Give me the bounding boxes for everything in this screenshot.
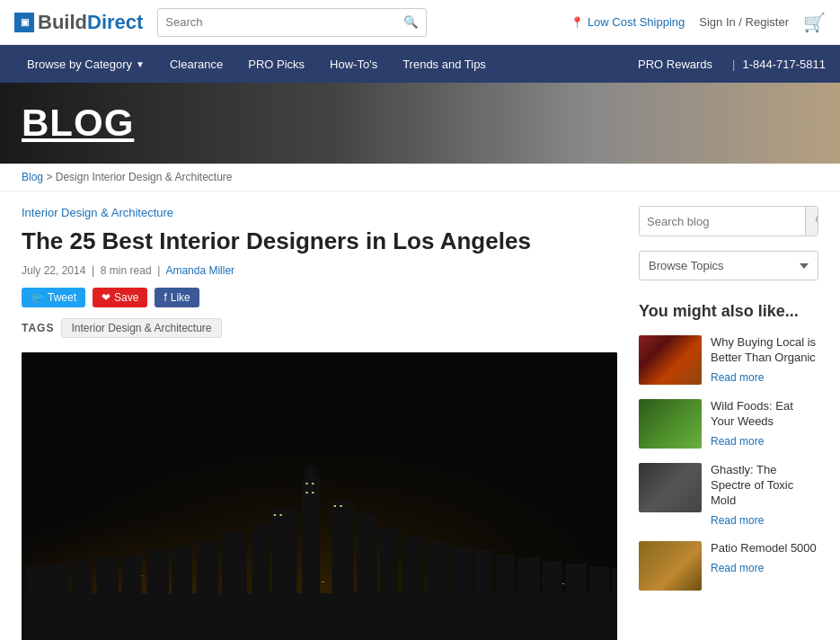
- svg-rect-90: [22, 593, 617, 640]
- article-category[interactable]: Interior Design & Architecture: [22, 206, 617, 219]
- nav-clearance[interactable]: Clearance: [157, 45, 235, 83]
- breadcrumb-section: Design Interior Design & Architecture: [56, 171, 233, 183]
- svg-rect-85: [542, 561, 561, 595]
- top-bar: ▣ BuildDirect 🔍 📍 Low Cost Shipping Sign…: [0, 0, 840, 45]
- tweet-button[interactable]: 🐦 Tweet: [22, 288, 85, 307]
- svg-rect-74: [172, 546, 191, 595]
- patio-thumb-image: [639, 541, 702, 591]
- nav-trends-and-tips[interactable]: Trends and Tips: [390, 45, 499, 83]
- svg-rect-82: [72, 561, 92, 595]
- organic-thumb-image: [639, 335, 702, 385]
- svg-rect-19: [322, 582, 323, 582]
- svg-rect-88: [589, 566, 609, 595]
- related-item: Wild Foods: Eat Your Weeds Read more: [639, 399, 818, 449]
- tags-label: TAGS: [22, 322, 54, 334]
- main-content: Interior Design & Architecture The 25 Be…: [0, 191, 840, 640]
- blog-search-button[interactable]: 🔍: [805, 207, 818, 236]
- nav-right: PRO Rewards | 1-844-717-5811: [625, 45, 826, 83]
- read-more-link[interactable]: Read more: [711, 562, 764, 574]
- svg-rect-97: [334, 505, 336, 507]
- svg-rect-79: [474, 550, 492, 595]
- blog-hero: BLOG: [0, 83, 840, 164]
- related-thumbnail-organic: [639, 335, 702, 385]
- nav-left: Browse by Category ▼ Clearance PRO Picks…: [14, 45, 499, 83]
- svg-rect-73: [402, 537, 424, 595]
- svg-rect-81: [495, 555, 515, 595]
- nav-pro-rewards[interactable]: PRO Rewards: [625, 45, 725, 83]
- save-button[interactable]: ❤ Save: [93, 288, 147, 307]
- article-author[interactable]: Amanda Miller: [165, 264, 234, 277]
- svg-rect-89: [612, 568, 617, 595]
- svg-rect-76: [146, 550, 169, 595]
- svg-rect-93: [305, 492, 307, 493]
- related-item: Why Buying Local is Better Than Organic …: [639, 335, 818, 385]
- related-info: Patio Remodel 5000 Read more: [711, 541, 818, 574]
- nav-phone[interactable]: 1-844-717-5811: [742, 58, 826, 71]
- global-search[interactable]: 🔍: [157, 8, 427, 37]
- cart-icon[interactable]: 🛒: [803, 12, 826, 33]
- svg-rect-78: [121, 555, 141, 595]
- article-meta: July 22, 2014 | 8 min read | Amanda Mill…: [22, 264, 617, 277]
- related-title: Why Buying Local is Better Than Organic: [711, 335, 818, 366]
- svg-rect-70: [222, 532, 247, 595]
- logo[interactable]: ▣ BuildDirect: [14, 11, 143, 34]
- blog-search-input[interactable]: [640, 211, 805, 232]
- svg-rect-77: [450, 546, 473, 595]
- svg-rect-98: [340, 505, 341, 507]
- svg-rect-96: [279, 514, 281, 516]
- svg-rect-91: [305, 483, 307, 484]
- svg-rect-92: [312, 483, 314, 484]
- svg-rect-69: [357, 514, 376, 595]
- breadcrumb-blog[interactable]: Blog: [22, 171, 43, 183]
- logo-icon: ▣: [14, 13, 34, 32]
- related-thumbnail-patio: [639, 541, 702, 591]
- svg-rect-95: [274, 514, 276, 516]
- related-thumbnail-mold: [639, 463, 702, 512]
- related-info: Why Buying Local is Better Than Organic …: [711, 335, 818, 384]
- logo-text: BuildDirect: [38, 11, 143, 34]
- nav-pro-picks[interactable]: PRO Picks: [235, 45, 317, 83]
- related-thumbnail-weeds: [639, 399, 702, 449]
- article-image: [22, 352, 617, 640]
- facebook-icon: f: [164, 291, 166, 304]
- svg-rect-87: [565, 564, 588, 595]
- top-right-area: 📍 Low Cost Shipping Sign In / Register 🛒: [570, 12, 826, 33]
- svg-rect-63: [302, 478, 320, 595]
- related-title: Ghastly: The Spectre of Toxic Mold: [711, 463, 818, 509]
- blog-search: 🔍: [639, 206, 818, 236]
- svg-rect-65: [308, 465, 314, 474]
- svg-rect-68: [252, 523, 270, 595]
- article-title: The 25 Best Interior Designers in Los An…: [22, 227, 617, 257]
- article-area: Interior Design & Architecture The 25 Be…: [22, 206, 617, 640]
- pin-icon: 📍: [570, 16, 584, 29]
- related-item: Ghastly: The Spectre of Toxic Mold Read …: [639, 463, 818, 527]
- save-icon: ❤: [102, 291, 111, 304]
- svg-rect-75: [427, 541, 447, 595]
- low-cost-shipping[interactable]: 📍 Low Cost Shipping: [570, 15, 685, 29]
- like-button[interactable]: f Like: [155, 288, 199, 307]
- svg-rect-94: [312, 492, 314, 493]
- main-nav: Browse by Category ▼ Clearance PRO Picks…: [0, 45, 840, 83]
- nav-how-tos[interactable]: How-To's: [317, 45, 390, 83]
- tag-badge[interactable]: Interior Design & Architecture: [61, 318, 221, 338]
- sign-in-link[interactable]: Sign In / Register: [699, 15, 789, 29]
- blog-hero-title: BLOG: [22, 102, 134, 145]
- search-button[interactable]: 🔍: [396, 12, 426, 32]
- svg-rect-10: [142, 575, 143, 576]
- related-title: Wild Foods: Eat Your Weeds: [711, 399, 818, 430]
- city-night-background: [22, 352, 617, 640]
- svg-rect-71: [380, 528, 398, 595]
- svg-rect-72: [197, 541, 219, 595]
- sidebar: 🔍 Browse Topics Architecture Design DIY …: [639, 206, 818, 640]
- read-more-link[interactable]: Read more: [711, 371, 764, 384]
- search-input[interactable]: [158, 12, 396, 32]
- read-more-link[interactable]: Read more: [711, 514, 764, 527]
- svg-rect-84: [47, 564, 69, 595]
- svg-rect-67: [332, 501, 354, 595]
- read-more-link[interactable]: Read more: [711, 435, 764, 448]
- article-date: July 22, 2014: [22, 264, 85, 277]
- browse-topics-select[interactable]: Browse Topics Architecture Design DIY In…: [639, 251, 818, 280]
- weeds-thumb-image: [639, 399, 702, 449]
- nav-divider: |: [725, 58, 742, 71]
- nav-browse-by-category[interactable]: Browse by Category ▼: [14, 45, 157, 83]
